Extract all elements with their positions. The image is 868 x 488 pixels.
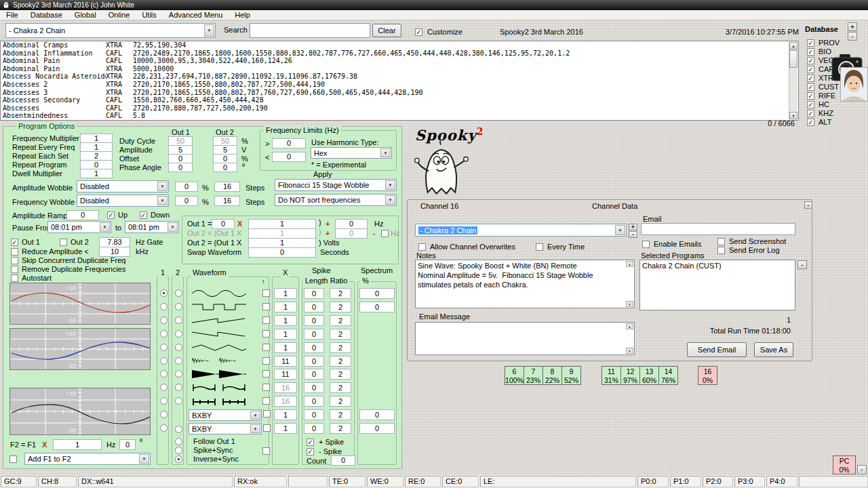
wave8-spike-radio-out2[interactable]: [175, 384, 182, 391]
spike-length-input[interactable]: 0: [304, 356, 324, 367]
db-vega-checkbox[interactable]: [807, 57, 814, 64]
list-item[interactable]: Abdominal CrampsXTRA72,95,190,304: [1, 41, 798, 49]
allow-overwrites-checkbox[interactable]: [418, 243, 426, 251]
email-message-textarea[interactable]: [415, 322, 635, 355]
menu-file[interactable]: File: [0, 11, 24, 19]
program-select[interactable]: - Chakra 2 Chain▼: [5, 23, 216, 38]
f1f2-mode-select[interactable]: Add F1 to F2▼: [24, 453, 151, 465]
out2-enable-checkbox[interactable]: [60, 239, 67, 246]
inverse-sync-radio-out2[interactable]: [175, 455, 182, 463]
amplitude-wobble-steps-input[interactable]: 16: [214, 182, 240, 192]
spectrum-input[interactable]: 0: [359, 302, 395, 312]
amplitude-wobble-select[interactable]: Disabled▼: [77, 180, 169, 192]
spike-length-input[interactable]: 0: [304, 423, 324, 434]
scroll-up-icon[interactable]: ▲: [626, 323, 633, 329]
channel-6-button[interactable]: 6100%: [505, 366, 524, 385]
wave6-damped-radio-out1[interactable]: [160, 357, 167, 365]
invert-bxby2-checkbox[interactable]: [263, 424, 271, 432]
wave3-sawtooth-radio-out1[interactable]: [160, 317, 167, 324]
out1-eq-add-input[interactable]: 0: [335, 219, 368, 229]
db-rife-checkbox[interactable]: [807, 92, 814, 100]
apply-wobble-select[interactable]: Fibonacci 15 Stage Wobble▼: [275, 179, 397, 191]
menu-global[interactable]: Global: [68, 11, 102, 19]
spectrum-input[interactable]: 0: [359, 288, 395, 299]
send-email-button[interactable]: Send Email: [687, 342, 747, 357]
wave9-heavyspike-radio-out1[interactable]: [160, 397, 167, 405]
wave1-sine-radio-out2[interactable]: [175, 289, 182, 297]
menu-help[interactable]: Help: [229, 11, 256, 19]
selected-programs-list[interactable]: Chakra 2 Chain (CUST): [639, 260, 795, 310]
db-prov-checkbox[interactable]: [807, 39, 814, 47]
x-mult-input[interactable]: 1: [274, 409, 297, 420]
notes-textarea[interactable]: Sine Wave: Spooky Boost + White (BN) Rem…: [415, 260, 635, 308]
sort-frequencies-select[interactable]: Do NOT sort frequencies▼: [275, 194, 397, 206]
out2b-eq-mult-input[interactable]: 1: [248, 238, 316, 248]
spike-ratio-input[interactable]: 2: [330, 423, 351, 434]
channel-11-button[interactable]: 1131%: [601, 366, 621, 385]
invert-wave2-checkbox[interactable]: [262, 303, 270, 310]
spike-sync-checkbox[interactable]: [262, 447, 270, 455]
spectrum-input[interactable]: 0: [359, 423, 395, 434]
frequency-wobble-percent-input[interactable]: 0: [175, 196, 198, 206]
chevron-down-icon[interactable]: ▼: [385, 180, 395, 190]
enable-emails-checkbox[interactable]: [642, 241, 650, 248]
amplitude-wobble-percent-input[interactable]: 0: [175, 182, 198, 192]
amplitude-out2-input[interactable]: 5: [213, 145, 237, 155]
x-mult-input[interactable]: 1: [274, 423, 297, 434]
pause-to-select[interactable]: 08:01 pm▼: [125, 221, 179, 233]
scroll-down-icon[interactable]: ▼: [626, 348, 633, 354]
scroll-thumb[interactable]: [789, 50, 797, 68]
db-xtra-checkbox[interactable]: [807, 75, 814, 82]
out1-eq-offset-input[interactable]: 0: [212, 219, 235, 229]
reduce-amplitude-checkbox[interactable]: [11, 248, 18, 256]
every-time-checkbox[interactable]: [536, 243, 543, 251]
duty-cycle-out1-input[interactable]: 50: [168, 136, 193, 146]
bxby2-select[interactable]: BXBY▼: [189, 423, 262, 434]
db-bio-checkbox[interactable]: [807, 48, 814, 56]
channel-preset-select[interactable]: - Chakra 2 Chain▼: [415, 224, 627, 237]
send-error-log-checkbox[interactable]: [717, 247, 725, 254]
list-item[interactable]: Abdominal InflammationCAFL2720,2489,2170…: [1, 49, 798, 58]
db-alt-checkbox[interactable]: [807, 119, 814, 126]
frequency-multiplier-input[interactable]: 1: [80, 134, 113, 143]
list-item[interactable]: Abdominal PainXTRA5000,10000: [1, 65, 798, 73]
db-hc-checkbox[interactable]: [807, 101, 814, 108]
phase-angle-out2-input[interactable]: 0: [213, 163, 237, 172]
spike-length-input[interactable]: 0: [304, 288, 324, 299]
channel-add-button[interactable]: +: [629, 224, 637, 230]
out1-enable-checkbox[interactable]: [11, 239, 18, 246]
chevron-down-icon[interactable]: ▼: [167, 222, 178, 232]
invert-wave1-checkbox[interactable]: [262, 289, 270, 297]
wave2-square-radio-out2[interactable]: [175, 303, 182, 310]
scroll-up-icon[interactable]: ▲: [626, 261, 633, 267]
invert-wave8-checkbox[interactable]: [262, 384, 270, 391]
out1-eq-mult-input[interactable]: 1: [248, 219, 316, 229]
invert-wave9-checkbox[interactable]: [262, 397, 270, 405]
chevron-down-icon[interactable]: ▼: [157, 196, 167, 205]
spike-length-input[interactable]: 0: [304, 369, 324, 380]
list-item[interactable]: Abscesses SecondaryCAFL1550,802,760,660,…: [1, 96, 798, 104]
customize-checkbox[interactable]: [415, 28, 422, 36]
ramp-up-checkbox[interactable]: [107, 211, 115, 219]
db-khz-checkbox[interactable]: [807, 110, 814, 117]
chevron-down-icon[interactable]: ▼: [139, 454, 149, 464]
scroll-down-icon[interactable]: ▼: [626, 301, 633, 307]
channel-panel-collapse-button[interactable]: -: [804, 201, 812, 209]
db-cafl-checkbox[interactable]: [807, 66, 814, 73]
database-add-button[interactable]: +: [848, 22, 857, 31]
f1f2-mode-checkbox[interactable]: [9, 455, 17, 463]
spike-length-input[interactable]: 0: [304, 409, 324, 420]
x-mult-input[interactable]: 1: [274, 329, 297, 340]
harmonic-type-select[interactable]: Hex▼: [311, 147, 392, 159]
skip-duplicate-checkbox[interactable]: [11, 257, 18, 264]
spike-length-input[interactable]: 0: [304, 342, 324, 353]
chevron-down-icon[interactable]: ▼: [250, 411, 260, 420]
channel-13-button[interactable]: 1360%: [639, 366, 659, 385]
invert-wave5-checkbox[interactable]: [262, 344, 270, 351]
spike-length-input[interactable]: 0: [304, 329, 324, 340]
spike-length-input[interactable]: 0: [304, 302, 324, 312]
menu-online[interactable]: Online: [102, 11, 136, 19]
duty-cycle-out2-input[interactable]: 50: [213, 136, 237, 146]
spectrum-input[interactable]: 0: [359, 409, 395, 420]
bxby1-select[interactable]: BXBY▼: [189, 409, 262, 421]
